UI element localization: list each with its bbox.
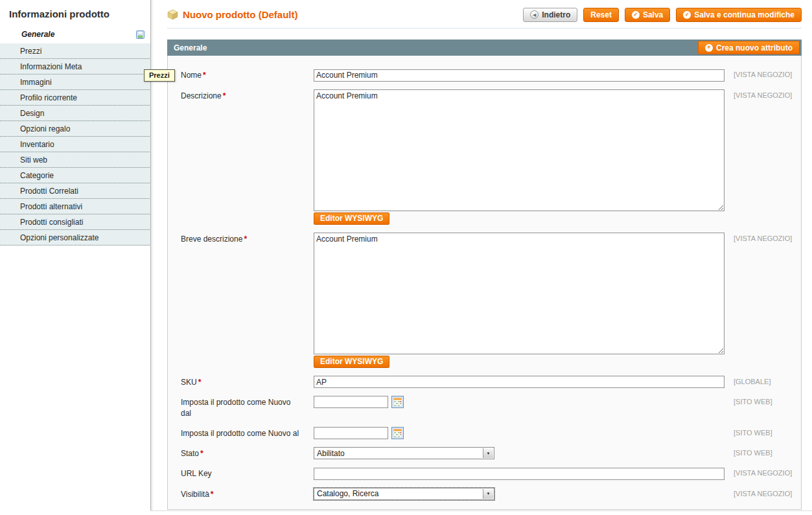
field-label: Nome*	[181, 69, 301, 81]
generale-panel: Generale + Crea nuovo attributo Nome* [V…	[167, 40, 802, 510]
sidebar-item-opzioni-regalo[interactable]: Opzioni regalo	[0, 121, 151, 137]
check-icon: ✓	[632, 11, 640, 19]
plus-icon: +	[705, 44, 713, 52]
reset-button-label: Reset	[590, 10, 612, 19]
back-button-label: Indietro	[542, 10, 570, 19]
panel-title: Generale	[174, 43, 207, 52]
check-icon: ✓	[683, 11, 691, 19]
page: Informazioni prodotto Generale Prezzi In…	[0, 0, 812, 515]
nome-input[interactable]	[314, 69, 725, 82]
sidebar-item-categorie[interactable]: Categorie	[0, 168, 151, 183]
required-mark: *	[200, 449, 203, 458]
field-row-stato: Stato* Abilitato ▼ [SITO WEB]	[168, 447, 801, 459]
chevron-down-icon: ▼	[483, 448, 493, 458]
required-mark: *	[244, 235, 247, 244]
sidebar: Informazioni prodotto Generale Prezzi In…	[0, 0, 151, 246]
required-mark: *	[211, 490, 214, 499]
visibilita-select[interactable]: Catalogo, Ricerca ▼	[314, 488, 494, 500]
scope-note: [VISTA NEGOZIO]	[734, 69, 792, 78]
sidebar-tabs: Prezzi Informazioni Meta Immagini Profil…	[0, 43, 151, 246]
sidebar-item-prezzi[interactable]: Prezzi	[0, 43, 151, 59]
bottom-divider	[150, 510, 812, 511]
calendar-icon[interactable]	[391, 396, 404, 408]
back-arrow-icon: ◀	[530, 10, 539, 19]
product-box-icon	[167, 9, 178, 20]
nuovo-al-input[interactable]	[314, 427, 388, 439]
sidebar-item-opzioni-personalizzate[interactable]: Opzioni personalizzate	[0, 230, 151, 246]
sidebar-item-design[interactable]: Design	[0, 106, 151, 121]
field-label: Imposta il prodotto come Nuovo dal	[181, 396, 301, 419]
field-label: Stato*	[181, 447, 301, 459]
save-button[interactable]: ✓ Salva	[625, 8, 670, 22]
create-attribute-button[interactable]: + Crea nuovo attributo	[698, 41, 800, 54]
sidebar-item-immagini[interactable]: Immagini	[0, 74, 151, 90]
visibilita-select-value: Catalogo, Ricerca	[317, 489, 378, 498]
sidebar-item-prodotti-consigliati[interactable]: Prodotti consigliati	[0, 214, 151, 230]
field-label: Descrizione*	[181, 89, 301, 102]
field-row-breve-descrizione: Breve descrizione* Account Premium Edito…	[168, 233, 801, 368]
wysiwyg-editor-button[interactable]: Editor WYSIWYG	[314, 356, 389, 368]
field-label: URL Key	[181, 467, 301, 479]
content-header: Nuovo prodotto (Default) ◀ Indietro Rese…	[167, 0, 802, 29]
create-attribute-label: Crea nuovo attributo	[716, 43, 793, 52]
scope-note: [GLOBALE]	[734, 376, 771, 385]
sidebar-item-informazioni-meta[interactable]: Informazioni Meta	[0, 59, 151, 74]
floppy-disk-icon	[136, 30, 145, 39]
sidebar-item-prodotti-correlati[interactable]: Prodotti Correlati	[0, 183, 151, 199]
reset-button[interactable]: Reset	[583, 8, 619, 22]
sidebar-title: Informazioni prodotto	[0, 0, 151, 29]
sidebar-item-prodotti-alternativi[interactable]: Prodotti alternativi	[0, 199, 151, 214]
scope-note: [SITO WEB]	[734, 447, 772, 457]
header-buttons: ◀ Indietro Reset ✓ Salva ✓ Salva e conti…	[523, 8, 802, 22]
page-title: Nuovo prodotto (Default)	[167, 9, 297, 20]
nuovo-dal-input[interactable]	[314, 396, 388, 408]
calendar-icon[interactable]	[391, 427, 404, 439]
panel-body: Nome* [VISTA NEGOZIO] Descrizione* Accou…	[167, 56, 802, 510]
stato-select[interactable]: Abilitato ▼	[314, 447, 494, 459]
scope-note: [VISTA NEGOZIO]	[734, 467, 792, 477]
field-row-nuovo-dal: Imposta il prodotto come Nuovo dal	[168, 396, 801, 419]
chevron-down-icon: ▼	[483, 489, 493, 499]
field-row-visibilita: Visibilità* Catalogo, Ricerca ▼ [VISTA N…	[168, 488, 801, 500]
breve-descrizione-textarea[interactable]: Account Premium	[314, 233, 725, 354]
required-mark: *	[198, 378, 202, 387]
field-label: Breve descrizione*	[181, 233, 301, 245]
url-key-input[interactable]	[314, 468, 725, 480]
sidebar-item-generale[interactable]: Generale	[0, 29, 145, 40]
field-row-sku: SKU* [GLOBALE]	[168, 376, 801, 389]
scope-note: [SITO WEB]	[734, 427, 772, 437]
save-and-continue-button[interactable]: ✓ Salva e continua modifiche	[676, 8, 802, 22]
save-and-continue-label: Salva e continua modifiche	[694, 10, 795, 19]
scope-note: [SITO WEB]	[734, 396, 772, 406]
scope-note: [VISTA NEGOZIO]	[734, 233, 792, 242]
field-label: Visibilità*	[181, 488, 301, 500]
required-mark: *	[223, 91, 226, 100]
sidebar-item-inventario[interactable]: Inventario	[0, 137, 151, 152]
scope-note: [VISTA NEGOZIO]	[734, 488, 792, 498]
field-row-descrizione: Descrizione* Account Premium Editor WYSI…	[168, 89, 801, 225]
scope-note: [VISTA NEGOZIO]	[734, 89, 792, 99]
sidebar-item-label: Generale	[21, 30, 54, 39]
main-content: Nuovo prodotto (Default) ◀ Indietro Rese…	[167, 0, 802, 510]
stato-select-value: Abilitato	[317, 449, 345, 458]
back-button[interactable]: ◀ Indietro	[523, 8, 577, 22]
sidebar-item-siti-web[interactable]: Siti web	[0, 152, 151, 168]
field-label: Imposta il prodotto come Nuovo al	[181, 427, 301, 439]
panel-header: Generale + Crea nuovo attributo	[167, 40, 802, 56]
field-row-nome: Nome* [VISTA NEGOZIO]	[168, 69, 801, 82]
descrizione-textarea[interactable]: Account Premium	[314, 89, 725, 211]
sidebar-item-profilo-ricorrente[interactable]: Profilo ricorrente	[0, 90, 151, 106]
field-row-url-key: URL Key [VISTA NEGOZIO]	[168, 467, 801, 480]
field-label: SKU*	[181, 376, 301, 388]
page-title-text: Nuovo prodotto (Default)	[183, 9, 297, 20]
sku-input[interactable]	[314, 376, 725, 388]
tooltip: Prezzi	[144, 69, 175, 82]
field-row-nuovo-al: Imposta il prodotto come Nuovo al	[168, 427, 801, 439]
save-button-label: Salva	[643, 10, 663, 19]
wysiwyg-editor-button[interactable]: Editor WYSIWYG	[314, 212, 389, 225]
required-mark: *	[203, 71, 206, 80]
